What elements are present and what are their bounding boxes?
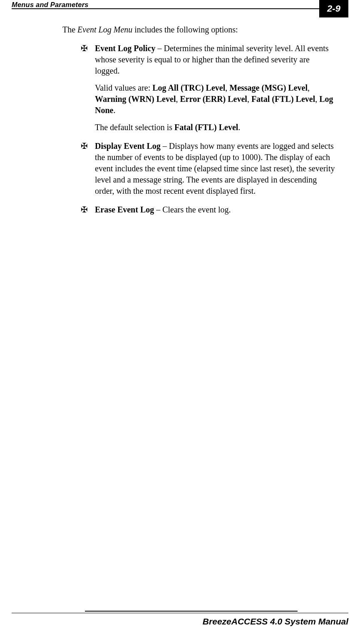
page-footer: BreezeACCESS 4.0 System Manual bbox=[12, 611, 348, 627]
intro-menu-name: Event Log Menu bbox=[77, 25, 132, 34]
footer-rule-thick bbox=[85, 611, 298, 612]
header-rule bbox=[12, 8, 319, 9]
valid-value: Fatal (FTL) Level bbox=[251, 94, 315, 104]
item-sep: – bbox=[161, 141, 169, 151]
default-prefix: The default selection is bbox=[95, 123, 174, 132]
item-title: Display Event Log bbox=[95, 141, 161, 151]
page-header: Menus and Parameters 2-9 bbox=[0, 0, 360, 18]
valid-values-paragraph: Valid values are: Log All (TRC) Level, M… bbox=[95, 82, 336, 116]
intro-paragraph: The Event Log Menu includes the followin… bbox=[62, 24, 336, 35]
page-number-box: 2-9 bbox=[319, 0, 348, 17]
valid-value: Warning (WRN) Level bbox=[95, 94, 176, 104]
list-item: Erase Event Log – Clears the event log. bbox=[81, 204, 336, 215]
valid-prefix: Valid values are: bbox=[95, 83, 152, 92]
valid-value: Error (ERR) Level bbox=[180, 94, 247, 104]
intro-suffix: includes the following options: bbox=[132, 25, 238, 34]
default-value: Fatal (FTL) Level bbox=[174, 123, 238, 132]
list-item: Event Log Policy – Determines the minima… bbox=[81, 43, 336, 133]
footer-rule-thin bbox=[12, 613, 348, 613]
item-sep: – bbox=[154, 205, 162, 214]
item-body: Clears the event log. bbox=[162, 205, 231, 214]
item-title: Erase Event Log bbox=[95, 205, 154, 214]
content-area: The Event Log Menu includes the followin… bbox=[62, 22, 336, 223]
default-paragraph: The default selection is Fatal (FTL) Lev… bbox=[95, 122, 336, 133]
manual-title: BreezeACCESS 4.0 System Manual bbox=[12, 617, 348, 627]
page-number: 2-9 bbox=[327, 3, 340, 14]
valid-value: Message (MSG) Level bbox=[229, 83, 308, 92]
item-title: Event Log Policy bbox=[95, 44, 156, 53]
item-sep: – bbox=[156, 44, 164, 53]
default-suffix: . bbox=[238, 123, 240, 132]
intro-prefix: The bbox=[62, 25, 77, 34]
options-list: Event Log Policy – Determines the minima… bbox=[81, 43, 336, 215]
valid-value: Log All (TRC) Level bbox=[152, 83, 225, 92]
list-item: Display Event Log – Displays how many ev… bbox=[81, 141, 336, 197]
section-title: Menus and Parameters bbox=[12, 1, 89, 9]
